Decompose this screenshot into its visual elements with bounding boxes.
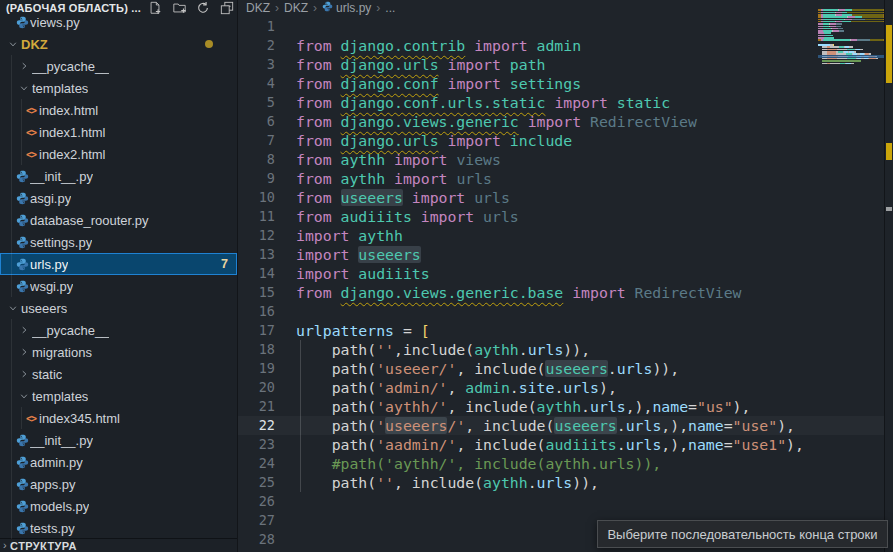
line-number[interactable]: 17 xyxy=(238,321,275,340)
code-line-3[interactable]: 3from django.urls import path xyxy=(238,55,884,74)
outline-section-header[interactable]: › СТРУКТУРА xyxy=(0,538,237,552)
code-line-13[interactable]: 13import useeers xyxy=(238,245,884,264)
tree-folder-templates[interactable]: templates xyxy=(0,385,237,407)
line-number[interactable]: 5 xyxy=(238,93,275,112)
line-number[interactable]: 6 xyxy=(238,112,275,131)
code-line-10[interactable]: 10from useeers import urls xyxy=(238,188,884,207)
minimap[interactable] xyxy=(818,0,884,552)
line-number[interactable]: 11 xyxy=(238,207,275,226)
line-number[interactable]: 13 xyxy=(238,245,275,264)
tree-folder-migrations[interactable]: migrations xyxy=(0,341,237,363)
line-number[interactable]: 2 xyxy=(238,36,275,55)
tree-item-asgi-py[interactable]: asgi.py xyxy=(0,187,237,209)
refresh-icon[interactable] xyxy=(195,1,211,15)
tree-folder-useeers[interactable]: useeers xyxy=(0,297,237,319)
tree-item-wsgi-py[interactable]: wsgi.py xyxy=(0,275,237,297)
tree-item-index-html[interactable]: <>index.html xyxy=(0,99,237,121)
tree-item-admin-py[interactable]: admin.py xyxy=(0,451,237,473)
breadcrumb-item[interactable]: ... xyxy=(385,1,395,15)
code-token: name xyxy=(688,417,724,434)
code-line-24[interactable]: 24 #path('aythh/', include(aythh.urls)), xyxy=(238,454,884,473)
tree-item--init-py[interactable]: __init__.py xyxy=(0,429,237,451)
line-number[interactable]: 19 xyxy=(238,359,275,378)
line-number[interactable]: 23 xyxy=(238,435,275,454)
tree-item-models-py[interactable]: models.py xyxy=(0,495,237,517)
tree-folder--pycache-[interactable]: __pycache__ xyxy=(0,55,237,77)
tree-folder-dkz[interactable]: DKZ xyxy=(0,33,237,55)
line-number[interactable]: 12 xyxy=(238,226,275,245)
code-line-6[interactable]: 6from django.views.generic import Redire… xyxy=(238,112,884,131)
line-number[interactable]: 15 xyxy=(238,283,275,302)
breadcrumb-item[interactable]: urls.py xyxy=(322,1,371,15)
code-line-22[interactable]: 22 path('useeers/', include(useeers.urls… xyxy=(238,416,884,435)
line-number[interactable]: 18 xyxy=(238,340,275,359)
tree-item-tests-py[interactable]: tests.py xyxy=(0,517,237,539)
tree-item-index1-html[interactable]: <>index1.html xyxy=(0,121,237,143)
code-line-2[interactable]: 2from django.contrib import admin xyxy=(238,36,884,55)
code-line-14[interactable]: 14import audiiits xyxy=(238,264,884,283)
python-icon xyxy=(14,192,30,205)
code-line-21[interactable]: 21 path('aythh/', include(aythh.urls,),n… xyxy=(238,397,884,416)
line-number[interactable]: 7 xyxy=(238,131,275,150)
editor-pane: DKZ›DKZ›urls.py›... 12from django.contri… xyxy=(238,0,893,552)
code-line-19[interactable]: 19 path('useeer/', include(useeers.urls)… xyxy=(238,359,884,378)
line-number[interactable]: 25 xyxy=(238,473,275,492)
code-line-23[interactable]: 23 path('aadmin/', include(audiiits.urls… xyxy=(238,435,884,454)
code-line-20[interactable]: 20 path('admin/', admin.site.urls), xyxy=(238,378,884,397)
code-token: import xyxy=(296,227,349,244)
collapse-all-icon[interactable] xyxy=(219,1,235,15)
code-line-4[interactable]: 4from django.conf import settings xyxy=(238,74,884,93)
line-number[interactable]: 22 xyxy=(238,416,275,435)
new-folder-icon[interactable] xyxy=(171,1,187,15)
chevron-right-icon xyxy=(15,347,32,357)
line-number[interactable]: 16 xyxy=(238,302,275,321)
tree-item-database-roouter-py[interactable]: database_roouter.py xyxy=(0,209,237,231)
code-line-7[interactable]: 7from django.urls import include xyxy=(238,131,884,150)
tree-folder-templates[interactable]: templates xyxy=(0,77,237,99)
tree-item--init-py[interactable]: __init__.py xyxy=(0,165,237,187)
code-token: import xyxy=(421,208,474,225)
code-line-8[interactable]: 8from aythh import views xyxy=(238,150,884,169)
code-line-5[interactable]: 5from django.conf.urls.static import sta… xyxy=(238,93,884,112)
ruler-mark xyxy=(886,143,892,160)
line-number[interactable]: 9 xyxy=(238,169,275,188)
code-token: from xyxy=(296,189,341,206)
tree-item-urls-py[interactable]: urls.py7 xyxy=(0,253,237,275)
line-number[interactable]: 10 xyxy=(238,188,275,207)
code-line-11[interactable]: 11from audiiits import urls xyxy=(238,207,884,226)
code-line-12[interactable]: 12import aythh xyxy=(238,226,884,245)
code-line-18[interactable]: 18 path('',include(aythh.urls)), xyxy=(238,340,884,359)
tree-folder-static[interactable]: static xyxy=(0,363,237,385)
line-number[interactable]: 24 xyxy=(238,454,275,473)
new-file-icon[interactable] xyxy=(147,1,163,15)
tree-item-settings-py[interactable]: settings.py xyxy=(0,231,237,253)
code-token: ,include( xyxy=(394,341,474,358)
line-number[interactable]: 3 xyxy=(238,55,275,74)
line-number[interactable]: 28 xyxy=(238,530,275,549)
explorer-section-header[interactable]: (РАБОЧАЯ ОБЛАСТЬ) ... xyxy=(0,0,237,15)
line-number[interactable]: 27 xyxy=(238,511,275,530)
code-token xyxy=(403,189,412,206)
tree-item-index2-html[interactable]: <>index2.html xyxy=(0,143,237,165)
code-line-9[interactable]: 9from aythh import urls xyxy=(238,169,884,188)
line-number[interactable]: 1 xyxy=(238,17,275,36)
code-line-1[interactable]: 1 xyxy=(238,17,884,36)
line-number[interactable]: 20 xyxy=(238,378,275,397)
code-token: import xyxy=(528,113,581,130)
code-line-15[interactable]: 15from django.views.generic.base import … xyxy=(238,283,884,302)
line-number[interactable]: 14 xyxy=(238,264,275,283)
code-line-26[interactable]: 26 xyxy=(238,492,884,511)
breadcrumb-item[interactable]: DKZ xyxy=(284,1,308,15)
breadcrumb-item[interactable]: DKZ xyxy=(246,1,270,15)
line-number[interactable]: 4 xyxy=(238,74,275,93)
tree-folder--pycache-[interactable]: __pycache__ xyxy=(0,319,237,341)
line-number[interactable]: 26 xyxy=(238,492,275,511)
line-number[interactable]: 21 xyxy=(238,397,275,416)
code-line-16[interactable]: 16 xyxy=(238,302,884,321)
code-line-25[interactable]: 25 path('', include(aythh.urls)), xyxy=(238,473,884,492)
tree-item-label: asgi.py xyxy=(30,191,71,206)
code-line-17[interactable]: 17urlpatterns = [ xyxy=(238,321,884,340)
tree-item-apps-py[interactable]: apps.py xyxy=(0,473,237,495)
tree-item-index345-html[interactable]: <>index345.html xyxy=(0,407,237,429)
line-number[interactable]: 8 xyxy=(238,150,275,169)
